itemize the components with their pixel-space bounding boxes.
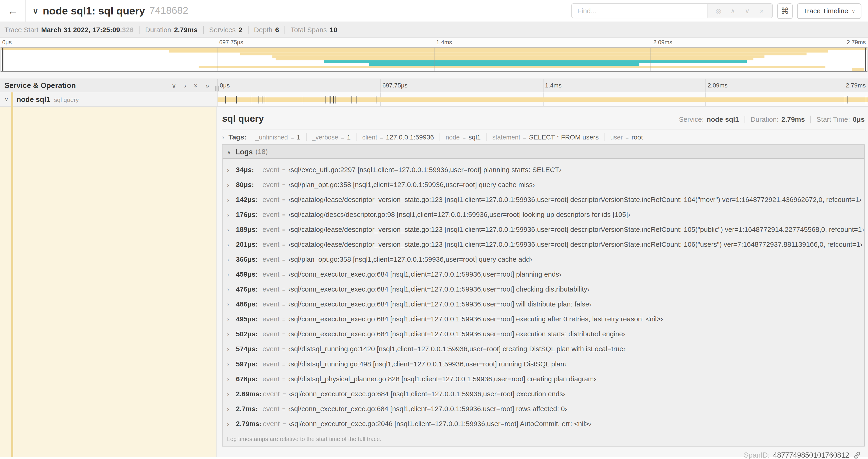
tags-label: Tags: <box>228 133 246 141</box>
deep-link-icon[interactable] <box>853 451 862 459</box>
log-row[interactable]: ›201μs:event=‹sql/catalog/lease/descript… <box>223 237 864 252</box>
log-row[interactable]: ›366μs:event=‹sql/plan_opt.go:358 [nsql1… <box>223 252 864 267</box>
log-row[interactable]: ›34μs:event=‹sql/exec_util.go:2297 [nsql… <box>223 162 864 177</box>
log-equals: = <box>282 361 286 367</box>
log-timestamp: 574μs: <box>236 345 261 353</box>
log-row[interactable]: ›597μs:event=‹sql/distsql_running.go:498… <box>223 356 864 371</box>
back-arrow-icon: ← <box>7 5 18 17</box>
log-row[interactable]: ›486μs:event=‹sql/conn_executor_exec.go:… <box>223 297 864 312</box>
ruler-tick-label: 0μs <box>220 82 230 88</box>
log-timestamp: 2.69ms: <box>236 390 261 397</box>
log-value: ‹sql/catalog/descs/descriptor.go:98 [nsq… <box>288 210 630 218</box>
trace-collapse-icon[interactable]: ∨ <box>33 6 38 15</box>
span-bar-wrap[interactable] <box>217 92 868 107</box>
log-value: ‹sql/conn_executor_exec.go:684 [nsql1,cl… <box>288 270 562 278</box>
logs-list: ›34μs:event=‹sql/exec_util.go:2297 [nsql… <box>223 159 864 432</box>
log-timestamp: 201μs: <box>236 240 261 248</box>
minimap-left-scrubber[interactable] <box>2 47 3 71</box>
tag-equals: = <box>523 134 526 140</box>
gridline <box>434 47 434 71</box>
chevron-right-icon: › <box>227 390 236 397</box>
log-row[interactable]: ›80μs:event=‹sql/plan_opt.go:358 [nsql1,… <box>223 177 864 192</box>
ruler-tick-label: 2.09ms <box>708 82 728 88</box>
minimap-right-scrubber[interactable] <box>865 47 867 71</box>
log-row[interactable]: ›142μs:event=‹sql/catalog/lease/descript… <box>223 192 864 207</box>
log-field-name: event <box>262 226 280 233</box>
log-value: ‹sql/distsql_physical_planner.go:828 [ns… <box>288 375 596 383</box>
log-timestamp: 678μs: <box>236 375 261 383</box>
log-row[interactable]: ›176μs:event=‹sql/catalog/descs/descript… <box>223 207 864 222</box>
tag-equals: = <box>341 134 344 140</box>
log-row[interactable]: ›2.79ms:event=‹sql/conn_executor_exec.go… <box>223 416 864 431</box>
tag-key: user <box>611 134 623 140</box>
find-group: ◎ ∧ ∨ × <box>571 3 773 18</box>
log-timestamp: 476μs: <box>236 285 261 293</box>
find-input[interactable] <box>572 4 707 18</box>
tag-value: 1 <box>297 133 300 141</box>
keyboard-shortcuts-button[interactable]: ⌘ <box>777 3 793 19</box>
tag-value: SELECT * FROM users <box>529 133 598 141</box>
clear-search-icon[interactable]: × <box>754 7 769 15</box>
span-row[interactable]: ∨ node sql1 sql query <box>0 92 868 107</box>
log-row[interactable]: ›189μs:event=‹sql/catalog/lease/descript… <box>223 222 864 237</box>
collapse-one-icon[interactable]: › <box>184 81 186 89</box>
gridline <box>705 79 706 92</box>
span-duration-bar[interactable] <box>217 97 868 102</box>
log-row[interactable]: ›678μs:event=‹sql/distsql_physical_plann… <box>223 371 864 386</box>
tag: user=root <box>604 133 648 141</box>
log-marker-tick <box>866 96 867 103</box>
command-icon: ⌘ <box>781 6 789 16</box>
log-row[interactable]: ›495μs:event=‹sql/conn_executor_exec.go:… <box>223 312 864 327</box>
log-field-name: event <box>262 181 280 189</box>
locate-icon[interactable]: ◎ <box>711 7 726 15</box>
find-buttons: ◎ ∧ ∨ × <box>708 4 772 18</box>
chevron-right-icon: › <box>227 420 236 427</box>
log-field-name: event <box>262 166 280 173</box>
trace-view-selector[interactable]: Trace Timeline ∨ <box>797 3 861 19</box>
collapse-all-icon[interactable]: » <box>206 81 209 89</box>
log-row[interactable]: ›476μs:event=‹sql/conn_executor_exec.go:… <box>223 282 864 297</box>
chevron-down-icon: ∨ <box>852 8 856 13</box>
detail-info-item: Start Time:0μs <box>810 116 865 123</box>
log-value: ‹sql/conn_executor_exec.go:684 [nsql1,cl… <box>289 390 565 397</box>
logs-header[interactable]: ∨ Logs (18) <box>223 145 864 159</box>
logs-section: ∨ Logs (18) ›34μs:event=‹sql/exec_util.g… <box>222 144 865 447</box>
minimap-canvas[interactable] <box>0 47 867 72</box>
log-equals: = <box>283 390 286 397</box>
column-resizer[interactable] <box>215 86 219 91</box>
chevron-right-icon[interactable]: › <box>222 134 224 140</box>
log-row[interactable]: ›459μs:event=‹sql/conn_executor_exec.go:… <box>223 267 864 282</box>
next-match-icon[interactable]: ∨ <box>740 7 754 15</box>
tag-key: node <box>446 134 460 140</box>
chevron-right-icon: › <box>227 166 236 173</box>
minimap-span-bar <box>198 66 825 68</box>
logs-note: Log timestamps are relative to the start… <box>223 432 864 446</box>
log-value: ‹sql/plan_opt.go:358 [nsql1,client=127.0… <box>288 181 535 189</box>
log-row[interactable]: ›574μs:event=‹sql/distsql_running.go:142… <box>223 341 864 356</box>
log-value: ‹sql/catalog/lease/descriptor_version_st… <box>288 240 862 248</box>
log-field-name: event <box>262 300 280 308</box>
span-collapse-icon[interactable]: ∨ <box>4 96 10 102</box>
service-color-stripe <box>11 92 13 107</box>
trace-meta-item: Trace StartMarch 31 2022, 17:25:09.326 <box>4 26 133 33</box>
meta-suffix: .326 <box>120 26 133 33</box>
log-field-name: event <box>262 375 280 383</box>
tags-row[interactable]: › Tags: _unfinished=1_verbose=1client=12… <box>222 129 865 144</box>
log-row[interactable]: ›2.7ms:event=‹sql/conn_executor_exec.go:… <box>223 401 864 416</box>
tag: _verbose=1 <box>306 133 356 141</box>
prev-match-icon[interactable]: ∧ <box>726 7 740 15</box>
back-button[interactable]: ← <box>0 0 26 22</box>
log-marker-tick <box>845 96 845 103</box>
log-row[interactable]: ›2.69ms:event=‹sql/conn_executor_exec.go… <box>223 386 864 401</box>
tag-value: sql1 <box>468 133 480 141</box>
log-timestamp: 142μs: <box>236 196 261 203</box>
log-row[interactable]: ›502μs:event=‹sql/conn_executor_exec.go:… <box>223 327 864 341</box>
collapse-controls: ∨ › » » <box>164 81 209 89</box>
expand-all-icon[interactable]: » <box>192 84 200 88</box>
log-field-name: event <box>263 390 280 397</box>
log-field-name: event <box>263 420 280 427</box>
span-row-name-cell[interactable]: ∨ node sql1 sql query <box>0 92 217 107</box>
chevron-right-icon: › <box>227 271 236 277</box>
expand-one-icon[interactable]: ∨ <box>172 81 177 89</box>
detail-info-value: node sql1 <box>707 116 739 123</box>
